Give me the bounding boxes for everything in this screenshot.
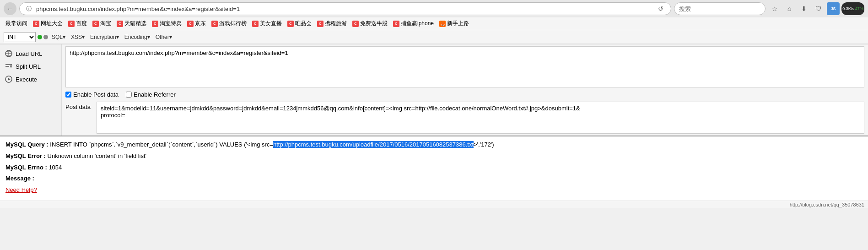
bookmark-taobao-icon: C <box>92 21 99 27</box>
js-extension-button[interactable]: JS <box>827 2 840 15</box>
need-help-link[interactable]: Need Help? <box>5 186 37 193</box>
xss-menu[interactable]: XSS▾ <box>69 33 86 41</box>
mysql-errno-value: 1054 <box>49 164 62 171</box>
mysql-errno-line: MySQL Errno : 1054 <box>5 163 863 173</box>
browser-chrome: ← ⓘ phpcms.test.bugku.com/index.php?m=me… <box>0 0 868 44</box>
bookmark-taobaotemai-label: 淘宝特卖 <box>160 20 182 27</box>
status-url: http://blog.csdn.net/qq_35078631 <box>790 202 864 207</box>
bookmark-meinv-label: 美女直播 <box>260 20 282 27</box>
nav-icons: ☆ ⌂ ⬇ 🛡 JS 0.3K/s 47% <box>768 2 864 15</box>
bookmark-weipinhui[interactable]: C 唯品会 <box>286 19 313 28</box>
reload-button[interactable]: ↺ <box>655 3 666 14</box>
enable-post-data-checkbox[interactable]: Enable Post data <box>65 91 119 98</box>
bookmark-mianfei[interactable]: C 免费送牛股 <box>350 19 389 28</box>
bookmark-wangzhi-icon: C <box>33 21 39 27</box>
mysql-query-label: MySQL Query : <box>5 141 50 148</box>
speed-text: 0.3K/s <box>842 6 854 11</box>
url-input-container: http://phpcms.test.bugku.com/index.php?m… <box>65 46 864 87</box>
secure-icon: ⓘ <box>24 4 33 14</box>
dot-green <box>38 35 42 39</box>
load-url-icon <box>5 49 13 58</box>
bookmark-xiecheng-label: 携程旅游 <box>325 20 347 27</box>
search-input[interactable] <box>674 2 766 15</box>
post-data-input[interactable]: siteid=1&modelid=11&username=jdmkdd&pass… <box>97 102 864 134</box>
home-icon[interactable]: ⌂ <box>783 2 796 15</box>
mysql-error-label: MySQL Error : <box>5 152 48 159</box>
url-input[interactable]: http://phpcms.test.bugku.com/index.php?m… <box>66 47 864 87</box>
star-icon[interactable]: ☆ <box>768 2 781 15</box>
bookmark-taobaotemai[interactable]: C 淘宝特卖 <box>150 19 183 28</box>
bookmark-xinshou-icon: 🦊 <box>439 21 446 27</box>
speed-indicator: 0.3K/s 47% <box>841 2 864 15</box>
bookmark-buyu[interactable]: C 捕鱼赢iphone <box>391 19 436 28</box>
other-menu[interactable]: Other▾ <box>154 33 174 41</box>
status-dots <box>38 35 48 39</box>
mysql-error-line: MySQL Error : Unknown column 'content' i… <box>5 152 863 161</box>
sidebar: Load URL Split URL <box>0 44 62 136</box>
shield-icon[interactable]: 🛡 <box>812 2 825 15</box>
center-panel: http://phpcms.test.bugku.com/index.php?m… <box>62 44 868 136</box>
bookmark-taobao-label: 淘宝 <box>100 20 111 27</box>
back-button[interactable]: ← <box>4 2 16 15</box>
bookmark-weipinhui-label: 唯品会 <box>295 20 312 27</box>
bookmark-xinshou-label: 新手上路 <box>447 20 469 27</box>
enable-referrer-input[interactable] <box>126 92 132 98</box>
bookmark-buyu-label: 捕鱼赢iphone <box>401 20 434 27</box>
bookmark-taobao[interactable]: C 淘宝 <box>91 19 113 28</box>
bookmark-baidu[interactable]: C 百度 <box>66 19 89 28</box>
sidebar-item-load-url[interactable]: Load URL <box>2 48 59 59</box>
execute-label: Execute <box>16 76 37 83</box>
type-select[interactable]: INT STRING BOOL <box>4 32 36 42</box>
sidebar-item-split-url[interactable]: Split URL <box>2 61 59 72</box>
result-panel: MySQL Query : INSERT INTO `phpcms`.`v9_m… <box>0 136 868 201</box>
bookmark-xiecheng-icon: C <box>317 21 323 27</box>
split-url-label: Split URL <box>16 63 41 70</box>
enable-referrer-label: Enable Referrer <box>134 91 176 98</box>
bookmark-youxi-icon: C <box>211 21 218 27</box>
enable-referrer-checkbox[interactable]: Enable Referrer <box>126 91 176 98</box>
enable-post-data-label: Enable Post data <box>73 91 119 98</box>
mysql-error-value: Unknown column 'content' in 'field list' <box>48 152 147 159</box>
mysql-query-line: MySQL Query : INSERT INTO `phpcms`.`v9_m… <box>5 140 863 150</box>
encryption-menu[interactable]: Encryption▾ <box>88 33 121 41</box>
bookmark-jd[interactable]: C 京东 <box>185 19 208 28</box>
bookmark-mianfei-label: 免费送牛股 <box>360 20 388 27</box>
bookmark-xinshou[interactable]: 🦊 新手上路 <box>437 19 471 28</box>
page-body: Load URL Split URL <box>0 44 868 208</box>
sql-menu[interactable]: SQL▾ <box>50 33 67 41</box>
url-bar[interactable]: ⓘ phpcms.test.bugku.com/index.php?m=memb… <box>19 2 671 15</box>
plugin-toolbar: INT STRING BOOL SQL▾ XSS▾ Encryption▾ En… <box>0 30 868 44</box>
bookmarks-bar: 最常访问 C 网址大全 C 百度 C 淘宝 C 天猫精选 C 淘宝特卖 C 京东… <box>0 17 868 30</box>
bookmark-wangzhi-label: 网址大全 <box>41 20 63 27</box>
bookmark-meinv[interactable]: C 美女直播 <box>250 19 284 28</box>
url-text: phpcms.test.bugku.com/index.php?m=member… <box>36 5 652 12</box>
bookmark-baidu-icon: C <box>68 21 75 27</box>
bookmark-tianmao[interactable]: C 天猫精选 <box>115 19 148 28</box>
bookmark-wangzhi[interactable]: C 网址大全 <box>31 19 65 28</box>
mysql-query-link[interactable]: http://phpcms.test.bugku.com/uploadfile/… <box>273 141 474 148</box>
status-bar: http://blog.csdn.net/qq_35078631 <box>0 201 868 208</box>
bookmark-buyu-icon: C <box>393 21 399 27</box>
need-help-line: Need Help? <box>5 185 863 195</box>
message-line: Message : <box>5 174 863 184</box>
checkboxes-row: Enable Post data Enable Referrer <box>65 90 864 99</box>
enable-post-data-input[interactable] <box>65 92 71 98</box>
bookmark-meinv-icon: C <box>252 21 259 27</box>
bookmark-zuichang[interactable]: 最常访问 <box>4 19 29 28</box>
nav-bar: ← ⓘ phpcms.test.bugku.com/index.php?m=me… <box>0 0 868 17</box>
bookmark-youxi[interactable]: C 游戏排行榜 <box>210 19 248 28</box>
bookmark-zuichang-label: 最常访问 <box>5 20 27 27</box>
speed-chart: 47% <box>855 6 863 11</box>
bookmark-taobaotemai-icon: C <box>152 21 158 27</box>
mysql-query-suffix: >','172') <box>474 141 494 148</box>
svg-marker-8 <box>8 78 11 81</box>
bookmark-mianfei-icon: C <box>352 21 359 27</box>
sidebar-item-execute[interactable]: Execute <box>2 74 59 85</box>
message-label: Message : <box>5 175 34 182</box>
bookmark-xiecheng[interactable]: C 携程旅游 <box>315 19 349 28</box>
bookmark-tianmao-icon: C <box>117 21 123 27</box>
download-icon[interactable]: ⬇ <box>798 2 810 15</box>
encoding-menu[interactable]: Encoding▾ <box>123 33 152 41</box>
bookmark-youxi-label: 游戏排行榜 <box>219 20 247 27</box>
execute-icon <box>5 75 13 83</box>
